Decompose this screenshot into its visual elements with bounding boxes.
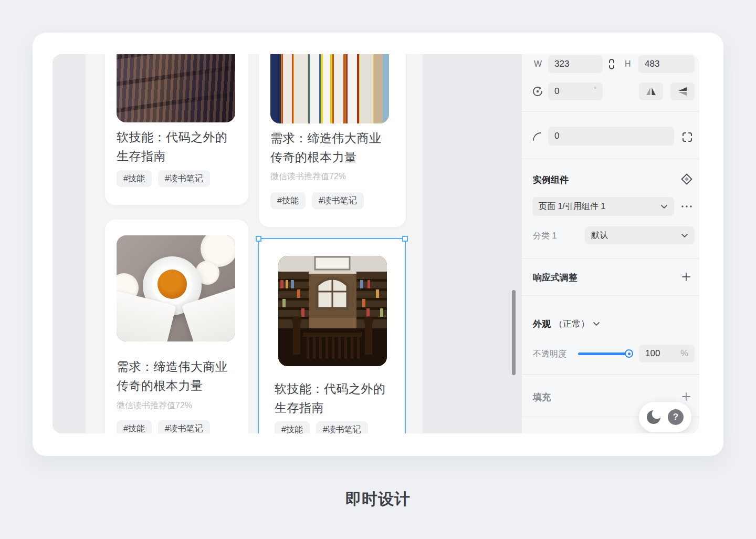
- divider: [522, 295, 699, 296]
- component-path-dropdown[interactable]: 页面 1/引用组件 1: [532, 197, 674, 216]
- card-subtitle: 微信读书推荐值72%: [117, 400, 192, 411]
- card-title: 需求：缔造伟大商业 传奇的根本力量: [117, 357, 240, 395]
- height-label: H: [625, 59, 631, 69]
- card-demand-bottom[interactable]: 需求：缔造伟大商业 传奇的根本力量 微信读书推荐值72% #技能 #读书笔记: [105, 220, 248, 433]
- floating-toolbar: ?: [639, 402, 691, 432]
- title-line: 需求：缔造伟大商业: [117, 357, 240, 376]
- card-image-tea-and-books: [117, 235, 235, 341]
- chevron-down-icon: [681, 233, 688, 238]
- opacity-slider-knob[interactable]: [625, 349, 633, 358]
- instance-section-title: 实例组件: [533, 174, 569, 186]
- constrain-proportions-icon[interactable]: [607, 58, 616, 70]
- tea-decor: [158, 270, 187, 299]
- opacity-slider-track[interactable]: [578, 353, 629, 355]
- responsive-section-title: 响应式调整: [533, 272, 578, 284]
- tag-reading-notes[interactable]: #读书笔记: [312, 192, 364, 209]
- caption: 即时设计: [0, 489, 756, 510]
- add-responsive-icon[interactable]: [681, 272, 691, 282]
- card-title: 软技能：代码之外的 生存指南: [117, 128, 240, 165]
- category-dropdown[interactable]: 默认: [585, 226, 695, 244]
- degree-symbol: °: [594, 82, 596, 93]
- tag-reading-notes[interactable]: #读书笔记: [158, 170, 210, 187]
- help-icon[interactable]: ?: [668, 409, 684, 425]
- chevron-down-icon: [593, 322, 600, 326]
- opacity-label: 不透明度: [533, 349, 566, 360]
- title-line: 软技能：代码之外的: [117, 128, 240, 147]
- rotation-input[interactable]: 0 °: [548, 82, 603, 100]
- component-path-value: 页面 1/引用组件 1: [539, 201, 605, 212]
- component-diamond-icon[interactable]: [680, 173, 693, 185]
- tag-row: #技能 #读书笔记: [117, 170, 210, 187]
- corner-radius-value: 0: [554, 131, 559, 141]
- divider: [522, 258, 699, 259]
- fill-section-title: 填充: [533, 391, 551, 403]
- card-soft-skills-top[interactable]: 软技能：代码之外的 生存指南 #技能 #读书笔记: [105, 54, 248, 205]
- opacity-input[interactable]: 100 %: [639, 345, 695, 362]
- appearance-section-title: 外观: [533, 318, 551, 330]
- tag-reading-notes[interactable]: #读书笔记: [158, 420, 210, 433]
- design-app-window: 软技能：代码之外的 生存指南 #技能 #读书笔记: [33, 33, 723, 456]
- appearance-header-row[interactable]: 外观 （正常）: [533, 318, 600, 330]
- tag-skill[interactable]: #技能: [117, 420, 152, 433]
- category-label: 分类 1: [533, 231, 556, 242]
- width-label: W: [534, 59, 542, 69]
- title-line: 传奇的根本力量: [270, 148, 396, 167]
- width-input[interactable]: 323: [548, 55, 603, 73]
- flip-horizontal-button[interactable]: [639, 82, 663, 100]
- add-fill-icon[interactable]: [681, 391, 691, 402]
- opacity-value: 100: [645, 348, 660, 359]
- selection-handle-top-right[interactable]: [402, 236, 408, 242]
- divider: [522, 374, 699, 375]
- percent-symbol: %: [680, 348, 688, 359]
- page: { "window": { "caption": "即时设计" }, "canv…: [0, 0, 756, 539]
- card-image-dark-bookshelf: [117, 54, 235, 122]
- tag-skill[interactable]: #技能: [270, 192, 306, 209]
- width-value: 323: [554, 59, 569, 69]
- canvas-area[interactable]: 软技能：代码之外的 生存指南 #技能 #读书笔记: [52, 54, 521, 433]
- books-illustration: [270, 54, 389, 123]
- tag-row: #技能 #读书笔记: [270, 192, 364, 209]
- card-subtitle: 微信读书推荐值72%: [270, 171, 346, 182]
- dark-mode-icon[interactable]: [647, 410, 660, 424]
- rotation-icon: [532, 86, 543, 97]
- card-image-books-on-yellow: [270, 54, 389, 123]
- title-line: 传奇的根本力量: [117, 376, 240, 395]
- selection-handle-top-left[interactable]: [256, 236, 261, 242]
- tag-row: #技能 #读书笔记: [117, 420, 210, 433]
- title-line: 生存指南: [117, 147, 240, 165]
- editor-screenshot: 软技能：代码之外的 生存指南 #技能 #读书笔记: [52, 54, 699, 433]
- help-glyph: ?: [673, 412, 678, 422]
- properties-panel: W 323 H 483: [521, 54, 699, 433]
- more-options-icon[interactable]: [679, 202, 694, 211]
- height-value: 483: [645, 59, 659, 69]
- category-value: 默认: [591, 230, 608, 241]
- chevron-down-icon: [660, 204, 668, 209]
- divider: [522, 111, 699, 112]
- canvas-scrollbar[interactable]: [512, 290, 516, 375]
- title-line: 需求：缔造伟大商业: [270, 129, 396, 148]
- appearance-state: （正常）: [554, 318, 590, 330]
- card-demand-top[interactable]: 需求：缔造伟大商业 传奇的根本力量 微信读书推荐值72% #技能 #读书笔记: [259, 54, 406, 227]
- tag-skill[interactable]: #技能: [117, 170, 152, 187]
- corner-radius-input[interactable]: 0: [548, 127, 674, 146]
- height-input[interactable]: 483: [638, 55, 695, 73]
- independent-corners-icon[interactable]: [681, 131, 694, 143]
- selection-box[interactable]: [258, 238, 406, 433]
- rotation-value: 0: [554, 86, 559, 97]
- corner-radius-icon: [532, 132, 543, 142]
- flip-vertical-button[interactable]: [670, 82, 695, 100]
- divider: [522, 159, 699, 159]
- card-title: 需求：缔造伟大商业 传奇的根本力量: [270, 129, 396, 167]
